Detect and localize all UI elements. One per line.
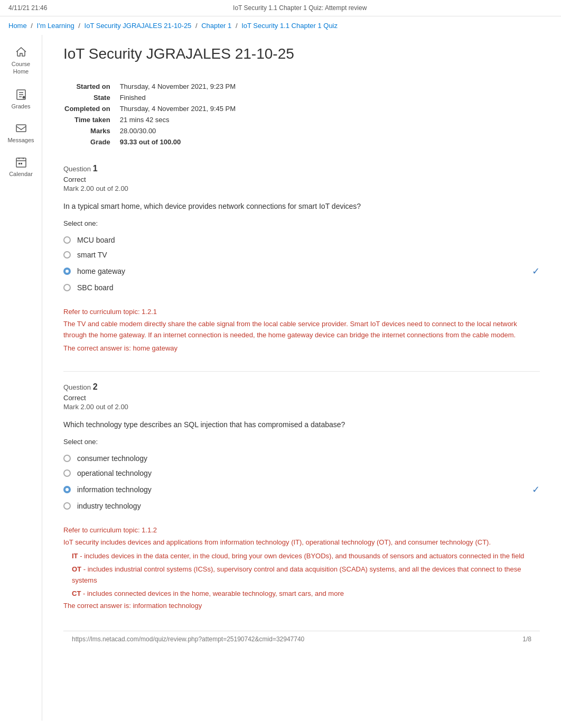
main-content: IoT Security JGRAJALES 21-10-25 Started … [42,35,561,721]
top-bar: 4/11/21 21:46 IoT Security 1.1 Chapter 1… [0,0,561,16]
breadcrumb-course[interactable]: IoT Security JGRAJALES 21-10-25 [85,22,192,30]
sidebar-item-calendar[interactable]: Calendar [0,151,42,182]
started-on-value: Thursday, 4 November 2021, 9:23 PM [120,82,236,93]
started-on-label: Started on [64,82,119,93]
sidebar-label-course-home: Course Home [12,60,30,76]
grades-icon [15,88,27,101]
sidebar-label-messages: Messages [7,137,34,143]
home-icon [15,45,27,58]
question-block-2: Question 2 Correct Mark 2.00 out of 2.00… [63,382,540,610]
option-1-2-text: smart TV [77,251,540,259]
messages-icon [15,122,27,135]
option-1-3: home gateway ✓ [63,262,540,280]
sidebar-item-course-home[interactable]: Course Home [0,40,42,81]
page-title: IoT Security JGRAJALES 21-10-25 [63,45,540,69]
question-2-mark: Mark 2.00 out of 2.00 [63,403,540,411]
time-taken-label: Time taken [64,116,119,126]
question-2-select-label: Select one: [63,438,540,446]
feedback-1-text: The TV and cable modem directly share th… [63,319,540,341]
option-1-3-check: ✓ [532,265,540,277]
feedback-2-correct: The correct answer is: information techn… [63,602,540,610]
option-2-4: industry technology [63,499,540,513]
question-1-header: Question 1 [63,164,540,173]
feedback-1-topic: Refer to curriculum topic: 1.2.1 [63,308,540,316]
sidebar-item-grades[interactable]: Grades [0,83,42,115]
option-1-1: MCU board [63,233,540,247]
option-2-2: operational technology [63,466,540,481]
svg-rect-5 [21,163,22,164]
marks-label: Marks [64,127,119,137]
question-1-options: MCU board smart TV home gateway ✓ SBC bo… [63,233,540,295]
feedback-2-list: IT - includes devices in the data center… [72,551,540,599]
sidebar-item-messages[interactable]: Messages [0,117,42,149]
question-2-status: Correct [63,394,540,402]
option-2-1: consumer technology [63,451,540,466]
question-1-text: In a typical smart home, which device pr… [63,201,540,212]
question-2-header: Question 2 [63,382,540,392]
option-1-2-radio [63,251,71,259]
page-info: 1/8 [522,635,531,643]
option-2-3: information technology ✓ [63,481,540,499]
completed-on-label: Completed on [64,105,119,115]
main-layout: Course Home Grades Messages C [0,35,561,721]
option-2-1-text: consumer technology [77,454,540,463]
option-2-2-text: operational technology [77,469,540,477]
svg-rect-2 [16,125,26,132]
page-url: https://lms.netacad.com/mod/quiz/review.… [72,635,304,643]
option-1-1-text: MCU board [77,236,540,244]
question-2-feedback: Refer to curriculum topic: 1.1.2 IoT sec… [63,522,540,610]
option-1-3-text: home gateway [77,267,527,275]
breadcrumb-learning[interactable]: I'm Learning [37,22,74,30]
question-2-options: consumer technology operational technolo… [63,451,540,513]
option-2-1-radio [63,455,71,462]
sidebar-label-calendar: Calendar [9,171,33,177]
option-2-2-radio [63,469,71,477]
sidebar-label-grades: Grades [11,103,30,109]
page-heading: IoT Security 1.1 Chapter 1 Quiz: Attempt… [233,4,367,12]
svg-rect-4 [18,163,20,164]
option-2-3-radio [63,486,71,493]
breadcrumb: Home / I'm Learning / IoT Security JGRAJ… [0,16,561,35]
option-1-1-radio [63,236,71,244]
question-1-mark: Mark 2.00 out of 2.00 [63,185,540,192]
question-1-status: Correct [63,176,540,183]
feedback-2-CT: CT - includes connected devices in the h… [72,588,540,600]
breadcrumb-chapter[interactable]: Chapter 1 [201,22,231,30]
marks-value: 28.00/30.00 [120,127,236,137]
svg-point-1 [22,96,25,98]
breadcrumb-home[interactable]: Home [8,22,27,30]
question-1-select-label: Select one: [63,219,540,227]
grade-label: Grade [64,138,119,148]
option-1-4-text: SBC board [77,283,540,292]
quiz-info-table: Started on Thursday, 4 November 2021, 9:… [63,81,237,149]
option-1-4: SBC board [63,280,540,295]
sidebar: Course Home Grades Messages C [0,35,42,721]
state-label: State [64,94,119,104]
question-2-text: Which technology type describes an SQL i… [63,419,540,430]
option-2-3-check: ✓ [532,484,540,495]
question-block-1: Question 1 Correct Mark 2.00 out of 2.00… [63,164,540,352]
feedback-2-OT: OT - includes industrial control systems… [72,564,540,586]
option-1-4-radio [63,284,71,291]
feedback-2-intro: IoT security includes devices and applic… [63,537,540,548]
bottom-bar: https://lms.netacad.com/mod/quiz/review.… [63,631,540,647]
state-value: Finished [120,94,236,104]
grade-value: 93.33 out of 100.00 [120,138,236,148]
question-1-feedback: Refer to curriculum topic: 1.2.1 The TV … [63,303,540,352]
feedback-2-IT: IT - includes devices in the data center… [72,551,540,562]
feedback-2-topic: Refer to curriculum topic: 1.1.2 [63,526,540,534]
option-2-4-text: industry technology [77,502,540,510]
calendar-icon [15,156,27,169]
feedback-1-correct: The correct answer is: home gateway [63,344,540,352]
datetime: 4/11/21 21:46 [8,4,47,12]
svg-rect-3 [16,158,26,167]
option-2-4-radio [63,502,71,510]
completed-on-value: Thursday, 4 November 2021, 9:45 PM [120,105,236,115]
question-divider [63,371,540,372]
breadcrumb-quiz[interactable]: IoT Security 1.1 Chapter 1 Quiz [241,22,338,30]
option-1-2: smart TV [63,247,540,262]
option-1-3-radio [63,268,71,275]
option-2-3-text: information technology [77,485,527,494]
time-taken-value: 21 mins 42 secs [120,116,236,126]
